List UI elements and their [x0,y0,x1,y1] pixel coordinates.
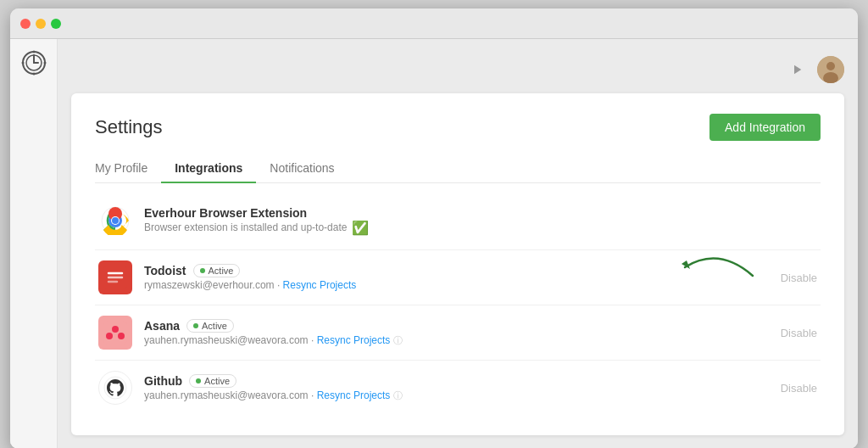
everhour-info: Everhour Browser Extension Browser exten… [144,206,817,236]
asana-name: Asana [144,319,180,333]
app-logo [19,48,49,78]
svg-point-22 [112,326,119,333]
asana-separator: · [311,334,317,346]
asana-status-label: Active [202,321,227,331]
asana-icon [98,316,132,350]
everhour-status-text: Browser extension is installed and up-to… [144,221,347,233]
asana-disable-button[interactable]: Disable [781,327,817,339]
everhour-extension-row: Everhour Browser Extension Browser exten… [95,192,821,250]
github-svg-icon [103,376,127,400]
play-icon [789,62,804,77]
everhour-extension-detail: Browser extension is installed and up-to… [144,220,817,236]
tab-notifications[interactable]: Notifications [256,154,348,183]
integrations-list: Everhour Browser Extension Browser exten… [95,183,821,415]
tab-my-profile[interactable]: My Profile [95,154,161,183]
close-button[interactable] [20,19,31,29]
todoist-email: rymaszewski@everhour.com [144,279,275,291]
svg-point-6 [21,62,24,64]
todoist-icon [98,260,132,294]
github-info-icon[interactable]: ⓘ [393,390,403,400]
asana-resync-link[interactable]: Resync Projects [317,334,391,346]
github-disable-button[interactable]: Disable [781,382,817,395]
app-window: Settings Add Integration My Profile Inte… [10,8,858,448]
svg-point-5 [32,73,35,76]
logo-icon [20,49,47,76]
todoist-disable-button[interactable]: Disable [781,272,817,284]
todoist-info: Todoist Active rymaszewski@everhour.com … [144,264,771,291]
asana-info-icon[interactable]: ⓘ [393,335,403,345]
asana-status-badge: Active [186,319,234,333]
github-status-label: Active [204,376,230,386]
svg-point-23 [106,333,113,339]
github-name: Github [144,374,182,388]
svg-point-4 [32,51,35,53]
page-title: Settings [95,116,163,138]
app-sidebar [10,39,58,448]
maximize-button[interactable] [51,19,61,29]
svg-point-15 [112,217,119,224]
user-avatar[interactable] [817,56,844,83]
asana-name-row: Asana Active [144,319,771,333]
todoist-status-dot [200,268,205,273]
asana-email: yauhen.rymasheuski@weavora.com [144,334,309,346]
github-resync-link[interactable]: Resync Projects [317,389,391,401]
app-main: Settings Add Integration My Profile Inte… [58,39,858,448]
asana-status-dot [193,323,198,328]
github-name-row: Github Active [144,374,771,388]
todoist-resync-link[interactable]: Resync Projects [283,279,357,291]
asana-svg-icon [103,321,127,344]
asana-row: Asana Active yauhen.rymasheuski@weavora.… [95,305,821,361]
github-email: yauhen.rymasheuski@weavora.com [144,389,309,401]
todoist-row: Todoist Active rymaszewski@everhour.com … [95,250,821,305]
github-status-dot [196,378,201,384]
top-bar [71,53,844,93]
traffic-lights [20,19,61,29]
settings-header: Settings Add Integration [95,114,821,141]
todoist-svg-icon [103,266,127,289]
todoist-status-badge: Active [193,264,241,277]
play-button[interactable] [785,58,809,81]
github-separator: · [311,389,317,401]
content-card: Settings Add Integration My Profile Inte… [71,93,844,435]
titlebar [10,8,858,39]
todoist-name-row: Todoist Active [144,264,771,277]
everhour-icon [98,204,132,238]
minimize-button[interactable] [36,19,46,29]
github-detail: yauhen.rymasheuski@weavora.com · Resync … [144,389,771,402]
svg-point-24 [118,333,125,339]
github-status-badge: Active [189,374,236,388]
github-icon [98,371,132,405]
asana-info: Asana Active yauhen.rymasheuski@weavora.… [144,319,771,347]
svg-point-9 [826,62,835,70]
app-body: Settings Add Integration My Profile Inte… [10,39,858,448]
tabs-container: My Profile Integrations Notifications [95,154,821,183]
todoist-detail: rymaszewski@everhour.com · Resync Projec… [144,279,771,291]
asana-detail: yauhen.rymasheuski@weavora.com · Resync … [144,334,771,347]
todoist-status-label: Active [209,266,234,276]
everhour-extension-name: Everhour Browser Extension [144,206,817,220]
todoist-separator: · [277,279,283,291]
todoist-name: Todoist [144,264,186,277]
add-integration-button[interactable]: Add Integration [709,114,821,141]
svg-point-7 [43,62,46,64]
github-row: Github Active yauhen.rymasheuski@weavora… [95,361,821,415]
github-info: Github Active yauhen.rymasheuski@weavora… [144,374,771,402]
tab-integrations[interactable]: Integrations [161,154,256,183]
check-icon: ✅ [352,220,369,236]
avatar-image [817,56,844,83]
chrome-icon [101,206,130,235]
